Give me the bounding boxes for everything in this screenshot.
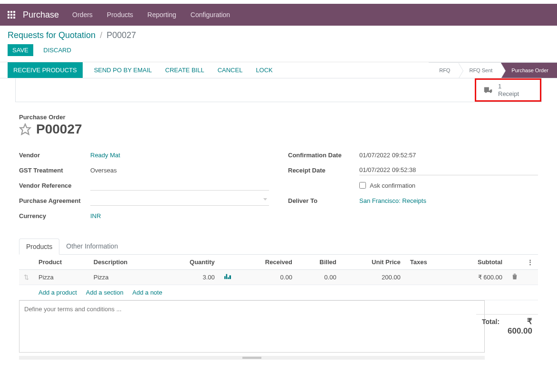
ask-confirmation-checkbox[interactable] [359, 182, 366, 189]
col-product: Product [34, 255, 89, 270]
create-bill-button[interactable]: Create Bill [160, 62, 210, 78]
totals: Total: ₹ 600.00 [476, 314, 538, 338]
nav-orders[interactable]: Orders [72, 11, 93, 19]
total-amount: ₹ 600.00 [507, 316, 532, 336]
col-billed: Billed [297, 255, 341, 270]
breadcrumb-root[interactable]: Requests for Quotation [8, 30, 96, 40]
confirmation-date-label: Confirmation Date [288, 152, 359, 159]
chevron-down-icon [263, 198, 267, 201]
purchase-agreement-label: Purchase Agreement [19, 197, 90, 204]
status-rfq-sent[interactable]: RFQ Sent [459, 62, 501, 78]
action-buttons: Receive Products Send PO by Email Create… [0, 62, 278, 78]
cell-product[interactable]: Pizza [34, 270, 89, 285]
order-name: P00027 [36, 122, 82, 137]
cell-description[interactable]: Pizza [89, 270, 162, 285]
lock-button[interactable]: Lock [250, 62, 278, 78]
cell-billed: 0.00 [297, 270, 341, 285]
cell-received: 0.00 [236, 270, 297, 285]
add-product-link[interactable]: Add a product [38, 289, 77, 296]
receipt-stat-button[interactable]: 1 Receipt [475, 78, 541, 102]
currency-value[interactable]: INR [90, 212, 269, 220]
receipt-label: Receipt [498, 90, 519, 98]
add-section-link[interactable]: Add a section [86, 289, 124, 296]
nav-menu: Orders Products Reporting Configuration [72, 11, 230, 19]
receive-products-button[interactable]: Receive Products [8, 62, 83, 78]
apps-icon[interactable] [8, 11, 15, 19]
tab-other-information[interactable]: Other Information [59, 239, 125, 254]
col-taxes: Taxes [405, 255, 450, 270]
receipt-date-label: Receipt Date [288, 167, 359, 174]
nav-products[interactable]: Products [107, 11, 133, 19]
vendor-label: Vendor [19, 152, 90, 159]
gst-label: GST Treatment [19, 167, 90, 174]
title-section: Purchase Order P00027 [15, 114, 542, 137]
status-bar: Receive Products Send PO by Email Create… [0, 62, 557, 78]
truck-icon [483, 85, 493, 96]
col-description: Description [89, 255, 162, 270]
app-title[interactable]: Purchase [23, 10, 59, 20]
tab-products[interactable]: Products [19, 239, 59, 255]
send-po-button[interactable]: Send PO by Email [88, 62, 158, 78]
cancel-button[interactable]: Cancel [212, 62, 249, 78]
nav-reporting[interactable]: Reporting [147, 11, 176, 19]
deliver-to-label: Deliver To [288, 197, 359, 204]
status-purchase-order[interactable]: Purchase Order [501, 62, 557, 78]
status-rfq[interactable]: RFQ [429, 62, 459, 78]
breadcrumb-current: P00027 [106, 30, 136, 40]
trash-icon[interactable] [507, 270, 522, 285]
status-flow: RFQ RFQ Sent Purchase Order [429, 62, 557, 78]
control-panel: Requests for Quotation / P00027 Save Dis… [0, 26, 557, 62]
top-nav: Purchase Orders Products Reporting Confi… [0, 4, 557, 26]
forecast-icon[interactable] [220, 270, 236, 285]
kebab-icon[interactable]: ⋮ [522, 255, 538, 270]
total-label: Total: [482, 318, 499, 325]
form-sheet: 1 Receipt Purchase Order P00027 Vendor R… [8, 78, 549, 383]
cell-subtotal: ₹ 600.00 [450, 270, 507, 285]
table-row[interactable]: ⇅ Pizza Pizza 3.00 0.00 0.00 200.00 ₹ 60… [19, 270, 538, 285]
breadcrumb: Requests for Quotation / P00027 [8, 30, 549, 40]
button-box: 1 Receipt [15, 78, 542, 102]
star-icon[interactable] [19, 123, 31, 135]
form-fields: Vendor Ready Mat GST Treatment Overseas … [15, 148, 542, 224]
receipt-count: 1 [498, 83, 519, 90]
svg-marker-0 [20, 124, 30, 134]
drag-handle-icon[interactable]: ⇅ [19, 270, 34, 285]
purchase-agreement-input[interactable] [90, 195, 269, 206]
gst-value[interactable]: Overseas [90, 167, 269, 174]
receipt-date-input[interactable]: 01/07/2022 09:52:38 [359, 165, 538, 175]
title-label: Purchase Order [19, 114, 538, 121]
currency-label: Currency [19, 212, 90, 220]
col-subtotal: Subtotal [450, 255, 507, 270]
order-lines-table: Product Description Quantity Received Bi… [19, 255, 538, 300]
ask-confirmation-label: Ask confirmation [370, 182, 415, 189]
vendor-ref-label: Vendor Reference [19, 182, 90, 189]
confirmation-date-value: 01/07/2022 09:52:57 [359, 152, 538, 159]
col-received: Received [236, 255, 297, 270]
col-quantity: Quantity [162, 255, 220, 270]
cell-quantity[interactable]: 3.00 [162, 270, 220, 285]
vendor-value[interactable]: Ready Mat [90, 152, 269, 159]
discard-button[interactable]: Discard [38, 44, 76, 56]
nav-configuration[interactable]: Configuration [191, 11, 230, 19]
cell-unit-price[interactable]: 200.00 [341, 270, 405, 285]
terms-textarea[interactable] [19, 300, 485, 353]
deliver-to-value[interactable]: San Francisco: Receipts [359, 197, 538, 204]
col-unit-price: Unit Price [341, 255, 405, 270]
resize-handle[interactable] [19, 356, 485, 360]
vendor-ref-input[interactable] [90, 180, 269, 191]
cell-taxes[interactable] [405, 270, 450, 285]
tabs: Products Other Information [19, 239, 538, 255]
save-button[interactable]: Save [8, 44, 33, 56]
add-note-link[interactable]: Add a note [133, 289, 163, 296]
